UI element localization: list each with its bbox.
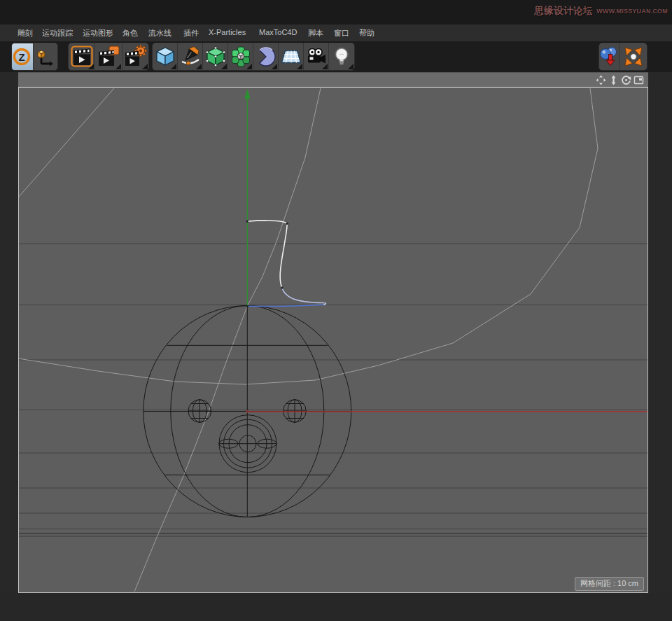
- horizon-lines: [19, 533, 648, 536]
- viewport-canvas: [19, 88, 648, 592]
- flyout-corner: [142, 64, 148, 69]
- menu-maxtoc4d[interactable]: MaxToC4D: [259, 28, 297, 36]
- flyout-corner: [297, 64, 302, 69]
- toolbar-group-objects: [152, 43, 355, 71]
- boot-spline[interactable]: [247, 221, 326, 307]
- toggle-view-icon[interactable]: [634, 75, 644, 85]
- y-axis-arrow: [244, 89, 250, 99]
- menu-motion-tracking[interactable]: 运动跟踪: [42, 28, 73, 39]
- guide-splines: [19, 88, 598, 592]
- watermark-en: WWW.MISSYUAN.COM: [596, 8, 668, 15]
- watermark: 思缘设计论坛 WWW.MISSYUAN.COM: [534, 5, 668, 18]
- particles-button[interactable]: [620, 43, 647, 70]
- watermark-cn: 思缘设计论坛: [534, 5, 593, 18]
- menu-xparticles[interactable]: X-Particles: [209, 28, 246, 36]
- spheres-download-icon: [599, 46, 619, 68]
- flyout-corner: [115, 64, 121, 69]
- menu-help[interactable]: 帮助: [359, 28, 374, 39]
- viewport-header: [18, 72, 648, 87]
- viewport[interactable]: 网格间距 : 10 cm: [18, 87, 648, 593]
- flyout-corner: [221, 64, 227, 69]
- camera-object-button[interactable]: [304, 43, 329, 70]
- toolbar-group-render: [68, 43, 149, 71]
- bottom-margin: [0, 593, 672, 621]
- flyout-corner: [246, 64, 252, 69]
- menu-sculpt[interactable]: 雕刻: [18, 28, 33, 39]
- toolbar-group-right: [598, 43, 648, 71]
- flyout-corner: [322, 64, 328, 69]
- zoom-view-icon[interactable]: [608, 75, 619, 85]
- render-queue-button[interactable]: [599, 43, 620, 70]
- z-axis-icon: Z: [12, 46, 33, 67]
- grid-lines: [19, 244, 648, 529]
- floor-object-button[interactable]: [279, 43, 304, 70]
- pan-view-icon[interactable]: [596, 75, 606, 85]
- bend-deformer-button[interactable]: [253, 43, 279, 70]
- subdivision-surface-button[interactable]: [203, 43, 228, 70]
- render-view-button[interactable]: [69, 43, 95, 70]
- menu-pipeline[interactable]: 流水线: [148, 28, 172, 39]
- snout-wireframe[interactable]: [219, 415, 276, 473]
- light-object-button[interactable]: [329, 43, 354, 70]
- spline-pen-button[interactable]: [178, 43, 203, 70]
- menu-bar: 雕刻 运动跟踪 运动图形 角色 流水线 插件 X-Particles MaxTo…: [0, 25, 672, 41]
- flyout-corner: [272, 64, 277, 69]
- menu-plugins[interactable]: 插件: [183, 28, 199, 39]
- array-object-button[interactable]: [228, 43, 253, 70]
- x-arrows-icon: [622, 45, 645, 69]
- menu-character[interactable]: 角色: [122, 28, 138, 39]
- left-eye-wireframe[interactable]: [188, 400, 211, 423]
- toolbar-group-axis: Z: [11, 43, 58, 71]
- flyout-corner: [171, 64, 176, 69]
- render-region-button[interactable]: [95, 43, 122, 70]
- render-settings-button[interactable]: [122, 43, 148, 70]
- menu-window[interactable]: 窗口: [334, 28, 349, 39]
- menu-script[interactable]: 脚本: [308, 28, 323, 39]
- menu-mograph[interactable]: 运动图形: [83, 28, 113, 39]
- axis-icon: [35, 46, 56, 67]
- svg-text:Z: Z: [18, 51, 24, 63]
- grid-spacing-label: 网格间距 : 10 cm: [575, 577, 644, 591]
- origin-dot: [246, 410, 248, 413]
- rotate-view-icon[interactable]: [621, 75, 631, 85]
- flyout-corner: [348, 64, 354, 69]
- coordinates-button[interactable]: [34, 43, 57, 70]
- z-axis-toggle-button[interactable]: Z: [12, 43, 34, 70]
- flyout-corner: [88, 64, 94, 69]
- right-eye-wireframe[interactable]: [284, 400, 307, 423]
- cube-object-button[interactable]: [153, 43, 178, 70]
- right-margin: [649, 72, 672, 593]
- flyout-corner: [196, 64, 202, 69]
